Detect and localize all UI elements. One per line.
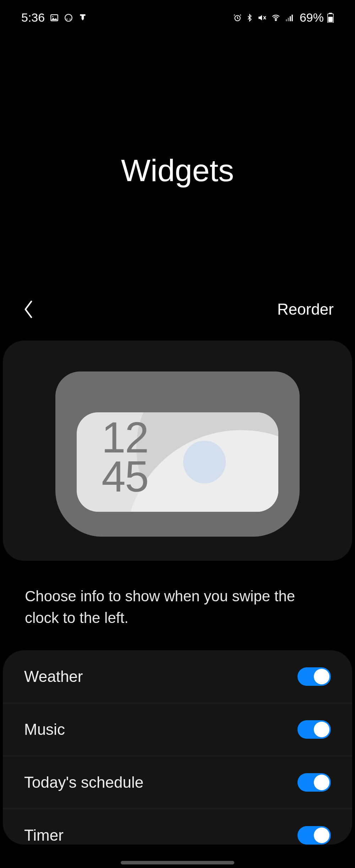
- status-left: 5:36: [21, 11, 87, 25]
- page-title: Widgets: [0, 152, 355, 189]
- device-preview: 12 45: [55, 371, 300, 537]
- clock-widget-preview: 12 45: [77, 412, 278, 512]
- svg-rect-7: [290, 16, 291, 21]
- svg-rect-6: [288, 18, 289, 21]
- reorder-button[interactable]: Reorder: [277, 300, 337, 318]
- widget-list: Weather Music Today's schedule Timer: [3, 650, 352, 845]
- alarm-icon: [233, 13, 242, 22]
- svg-rect-11: [328, 17, 333, 22]
- list-item-todays-schedule[interactable]: Today's schedule: [3, 756, 352, 809]
- list-item-weather[interactable]: Weather: [3, 650, 352, 703]
- picture-icon: [50, 13, 59, 22]
- svg-rect-8: [291, 15, 293, 21]
- svg-point-1: [52, 16, 53, 17]
- list-item-music[interactable]: Music: [3, 703, 352, 756]
- mute-icon: [257, 13, 267, 22]
- svg-point-4: [275, 19, 276, 20]
- toggle-todays-schedule[interactable]: [297, 773, 331, 792]
- list-item-label: Music: [24, 721, 65, 738]
- preview-time-bottom: 45: [102, 455, 148, 498]
- toggle-weather[interactable]: [297, 667, 331, 686]
- list-item-label: Weather: [24, 668, 83, 685]
- list-item-timer[interactable]: Timer: [3, 809, 352, 845]
- status-bar: 5:36 69%: [0, 0, 355, 32]
- svg-point-2: [65, 14, 72, 21]
- preview-time: 12 45: [102, 416, 148, 498]
- headphones-icon: [64, 13, 73, 22]
- download-icon: [78, 13, 87, 22]
- list-item-label: Timer: [24, 826, 64, 844]
- preview-card: 12 45: [3, 341, 352, 561]
- battery-icon: [327, 13, 334, 23]
- home-indicator[interactable]: [121, 861, 234, 864]
- wifi-icon: [271, 13, 281, 22]
- bluetooth-icon: [246, 13, 253, 22]
- battery-percentage: 69%: [300, 11, 324, 25]
- status-right: 69%: [233, 11, 334, 25]
- toggle-music[interactable]: [297, 720, 331, 739]
- header-row: Reorder: [0, 299, 355, 320]
- description-text: Choose info to show when you swipe the c…: [0, 561, 355, 629]
- svg-rect-5: [286, 19, 287, 21]
- list-item-label: Today's schedule: [24, 774, 143, 791]
- toggle-timer[interactable]: [297, 826, 331, 845]
- clock-time: 5:36: [21, 11, 45, 25]
- chevron-left-icon: [22, 299, 34, 319]
- back-button[interactable]: [18, 299, 39, 320]
- signal-icon: [285, 13, 294, 22]
